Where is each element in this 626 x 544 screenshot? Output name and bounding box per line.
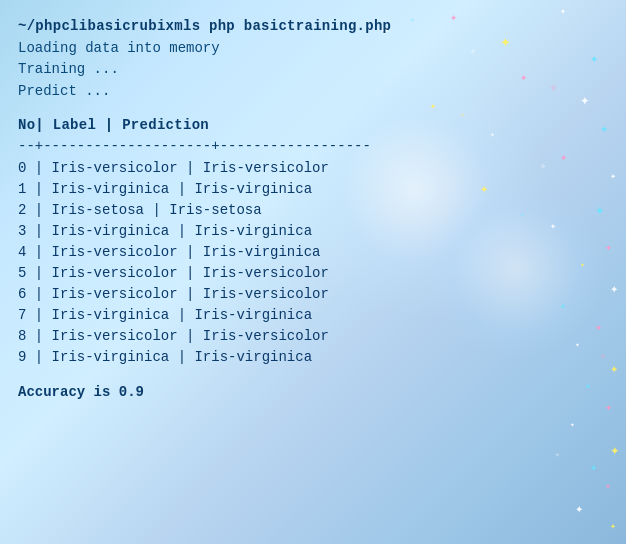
table-row: 7 | Iris-virginica | Iris-virginica [18,305,608,326]
table-row: 0 | Iris-versicolor | Iris-versicolor [18,158,608,179]
training-line: Training ... [18,59,608,81]
accuracy-line: Accuracy is 0.9 [18,382,608,404]
table-row: 3 | Iris-virginica | Iris-virginica [18,221,608,242]
table-divider: --+--------------------+----------------… [18,136,608,158]
table-row: 1 | Iris-virginica | Iris-virginica [18,179,608,200]
table-row: 5 | Iris-versicolor | Iris-versicolor [18,263,608,284]
prompt-line: ~/phpclibasicrubixmls php basictraining.… [18,16,608,38]
loading-line: Loading data into memory [18,38,608,60]
table-row: 2 | Iris-setosa | Iris-setosa [18,200,608,221]
predict-line: Predict ... [18,81,608,103]
results-table: No| Label | Prediction --+--------------… [18,115,608,368]
table-row: 6 | Iris-versicolor | Iris-versicolor [18,284,608,305]
table-rows-container: 0 | Iris-versicolor | Iris-versicolor1 |… [18,158,608,368]
terminal-output: ~/phpclibasicrubixmls php basictraining.… [0,0,626,420]
table-row: 8 | Iris-versicolor | Iris-versicolor [18,326,608,347]
table-row: 4 | Iris-versicolor | Iris-virginica [18,242,608,263]
table-row: 9 | Iris-virginica | Iris-virginica [18,347,608,368]
table-header: No| Label | Prediction [18,115,608,137]
